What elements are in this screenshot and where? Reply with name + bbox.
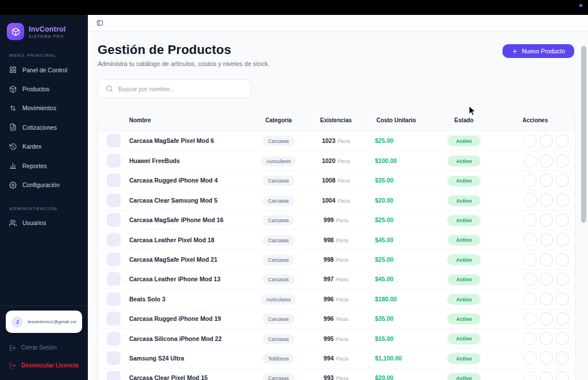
- edit-button[interactable]: [540, 292, 553, 305]
- table-row[interactable]: Carcasa MagSafe Pixel Mod 6 Carcasas 102…: [98, 131, 575, 150]
- delete-button[interactable]: [556, 154, 569, 168]
- table-row[interactable]: Beats Solo 3 Auriculares 996Pieza $180.0…: [98, 289, 575, 308]
- vertical-scrollbar[interactable]: [581, 46, 586, 223]
- table-row[interactable]: Carcasa MagSafe Pixel Mod 21 Carcasas 99…: [98, 249, 575, 269]
- sidebar-item-kardex[interactable]: Kardex: [0, 137, 88, 156]
- printer-icon: [527, 375, 533, 380]
- print-button[interactable]: [524, 193, 537, 207]
- product-package-icon: [107, 332, 121, 346]
- sidebar-toggle-button[interactable]: [96, 20, 103, 26]
- pencil-icon: [543, 236, 550, 243]
- delete-button[interactable]: [556, 351, 569, 365]
- table-row[interactable]: Carcasa MagSafe iPhone Mod 16 Carcasas 9…: [98, 210, 575, 230]
- sidebar-item-productos[interactable]: Productos: [0, 79, 88, 98]
- stock-value: 993: [324, 374, 334, 380]
- search-input[interactable]: [118, 86, 243, 92]
- sidebar-item-usuarios[interactable]: Usuarios: [0, 214, 88, 232]
- stock-unit: Pieza: [336, 316, 348, 322]
- table-row[interactable]: Carcasa Clear Samsung Mod 5 Carcasas 100…: [98, 190, 575, 210]
- edit-button[interactable]: [540, 214, 553, 227]
- edit-button[interactable]: [540, 351, 553, 365]
- edit-button[interactable]: [540, 332, 553, 345]
- print-button[interactable]: [524, 154, 537, 168]
- unit-cost: $15.00: [359, 335, 434, 342]
- unlink-license-button[interactable]: Desvincular Licencia: [9, 356, 79, 374]
- delete-button[interactable]: [556, 134, 569, 148]
- product-name: Carcasa Rugged iPhone Mod 4: [129, 177, 244, 184]
- arrows-updown-icon: [9, 104, 17, 112]
- app-logo: InvControl SISTEMA PRO: [7, 23, 88, 40]
- sidebar-item-reportes[interactable]: Reportes: [0, 156, 88, 175]
- delete-button[interactable]: [556, 233, 569, 246]
- edit-button[interactable]: [540, 174, 553, 187]
- delete-button[interactable]: [556, 214, 569, 227]
- delete-button[interactable]: [556, 253, 569, 266]
- window-titlebar: [0, 0, 588, 15]
- category-badge: Carcasas: [262, 196, 295, 206]
- print-button[interactable]: [524, 273, 537, 286]
- status-badge: Activo: [447, 334, 481, 344]
- print-button[interactable]: [524, 312, 537, 325]
- delete-button[interactable]: [556, 273, 569, 286]
- product-name: Carcasa MagSafe iPhone Mod 16: [129, 216, 244, 223]
- product-name: Huawei FreeBuds: [129, 157, 244, 164]
- user-email: lessantonio1@gmail.com: [28, 319, 76, 324]
- stock-unit: Pieza: [338, 138, 350, 144]
- printer-icon: [527, 138, 533, 144]
- edit-button[interactable]: [540, 233, 553, 246]
- sidebar-item-panel-de-control[interactable]: Panel de Control: [0, 60, 88, 79]
- delete-button[interactable]: [556, 371, 569, 380]
- sidebar-item-cotizaciones[interactable]: Cotizaciones: [0, 118, 88, 137]
- pencil-icon: [543, 217, 550, 223]
- sidebar-item-label: Kardex: [22, 143, 41, 150]
- print-button[interactable]: [524, 351, 537, 365]
- delete-button[interactable]: [556, 193, 569, 207]
- table-header-row: Nombre Categoría Existencias Costo Unita…: [98, 110, 575, 131]
- table-row[interactable]: Carcasa Leather Pixel Mod 18 Carcasas 99…: [98, 230, 575, 249]
- page-subtitle: Administra tu catálogo de artículos, cos…: [98, 60, 270, 67]
- stock-value: 1020: [322, 157, 335, 164]
- edit-button[interactable]: [540, 193, 553, 207]
- table-row[interactable]: Huawei FreeBuds Auriculares 1020Pieza $1…: [98, 150, 575, 170]
- product-name: Carcasa MagSafe Pixel Mod 6: [129, 137, 244, 144]
- user-card[interactable]: J lessantonio1@gmail.com: [6, 311, 82, 333]
- printer-icon: [527, 335, 533, 342]
- delete-button[interactable]: [556, 312, 569, 325]
- print-button[interactable]: [524, 292, 537, 305]
- delete-button[interactable]: [556, 174, 569, 187]
- delete-button[interactable]: [556, 332, 569, 345]
- table-row[interactable]: Carcasa Leather iPhone Mod 13 Carcasas 9…: [98, 269, 575, 289]
- table-row[interactable]: Carcasa Rugged iPhone Mod 4 Carcasas 100…: [98, 170, 575, 190]
- category-badge: Carcasas: [262, 235, 295, 246]
- content-toolbar: [88, 15, 588, 32]
- edit-button[interactable]: [540, 273, 553, 286]
- new-product-button[interactable]: Nuevo Producto: [502, 44, 574, 58]
- edit-button[interactable]: [540, 371, 553, 380]
- category-badge: Auriculares: [261, 156, 297, 166]
- sidebar-item-configuracion[interactable]: Configuración: [0, 175, 88, 194]
- print-button[interactable]: [524, 332, 537, 345]
- logout-button[interactable]: Cerrar Sesión: [9, 339, 79, 356]
- edit-button[interactable]: [540, 154, 553, 168]
- product-name: Carcasa Clear Pixel Mod 15: [129, 374, 244, 380]
- table-row[interactable]: Carcasa Clear Pixel Mod 15 Carcasas 993P…: [98, 368, 575, 380]
- unit-cost: $25.00: [359, 216, 434, 223]
- print-button[interactable]: [524, 253, 537, 266]
- edit-button[interactable]: [540, 312, 553, 325]
- edit-button[interactable]: [540, 134, 553, 148]
- table-row[interactable]: Carcasa Silicona iPhone Mod 22 Carcasas …: [98, 328, 575, 348]
- edit-button[interactable]: [540, 253, 553, 266]
- printer-icon: [527, 257, 533, 263]
- print-button[interactable]: [524, 371, 537, 380]
- table-row[interactable]: Samsung S24 Ultra Teléfonos 994Pieza $1,…: [98, 348, 575, 367]
- titlebar-dot: [579, 4, 582, 7]
- search-box[interactable]: [98, 79, 252, 98]
- sidebar-item-movimientos[interactable]: Movimientos: [0, 99, 88, 118]
- print-button[interactable]: [524, 134, 537, 148]
- print-button[interactable]: [524, 233, 537, 246]
- print-button[interactable]: [524, 174, 537, 187]
- delete-button[interactable]: [556, 292, 569, 305]
- print-button[interactable]: [524, 214, 537, 227]
- table-row[interactable]: Carcasa Rugged iPhone Mod 19 Carcasas 99…: [98, 309, 575, 328]
- status-badge: Activo: [447, 294, 481, 305]
